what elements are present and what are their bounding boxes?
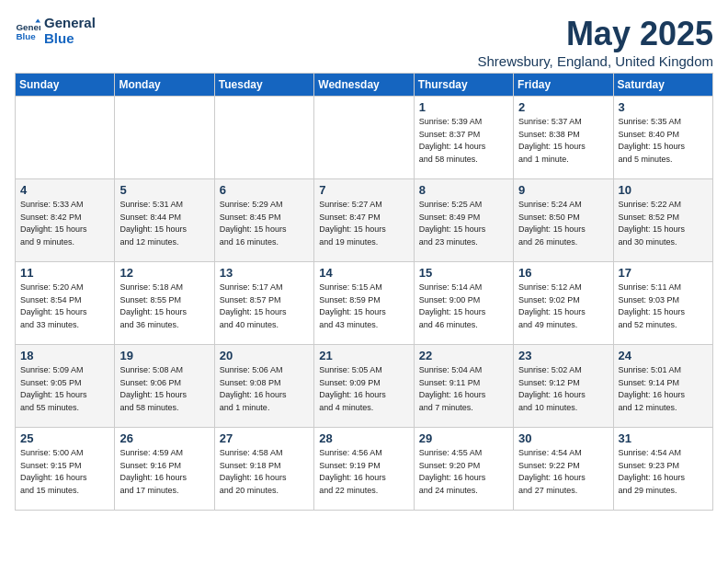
day-number: 12 — [119, 266, 209, 280]
cell-info: Sunrise: 4:59 AM Sunset: 9:16 PM Dayligh… — [119, 447, 209, 497]
calendar-cell: 24Sunrise: 5:01 AM Sunset: 9:14 PM Dayli… — [613, 345, 712, 428]
day-number: 25 — [20, 431, 109, 445]
day-number: 4 — [20, 183, 109, 197]
week-row-3: 11Sunrise: 5:20 AM Sunset: 8:54 PM Dayli… — [16, 262, 713, 345]
day-header-wednesday: Wednesday — [314, 74, 414, 97]
cell-info: Sunrise: 5:29 AM Sunset: 8:45 PM Dayligh… — [220, 199, 309, 248]
calendar-cell: 9Sunrise: 5:24 AM Sunset: 8:50 PM Daylig… — [514, 179, 613, 262]
cell-info: Sunrise: 5:22 AM Sunset: 8:52 PM Dayligh… — [619, 199, 708, 248]
calendar-cell: 6Sunrise: 5:29 AM Sunset: 8:45 PM Daylig… — [214, 179, 313, 262]
cell-info: Sunrise: 5:33 AM Sunset: 8:42 PM Dayligh… — [20, 199, 109, 248]
calendar-cell: 4Sunrise: 5:33 AM Sunset: 8:42 PM Daylig… — [16, 179, 115, 262]
cell-info: Sunrise: 5:18 AM Sunset: 8:55 PM Dayligh… — [119, 282, 209, 331]
day-number: 15 — [419, 266, 508, 280]
title-block: May 2025 Shrewsbury, England, United Kin… — [477, 15, 713, 69]
day-number: 13 — [220, 266, 309, 280]
logo-line1: General — [44, 15, 96, 30]
calendar-cell — [115, 97, 214, 179]
day-number: 16 — [518, 266, 608, 280]
day-number: 14 — [319, 266, 408, 280]
cell-info: Sunrise: 4:58 AM Sunset: 9:18 PM Dayligh… — [220, 447, 309, 497]
cell-info: Sunrise: 5:25 AM Sunset: 8:49 PM Dayligh… — [419, 199, 508, 248]
calendar-cell — [314, 97, 414, 179]
calendar-cell — [16, 97, 115, 179]
day-number: 21 — [319, 349, 408, 362]
day-number: 27 — [220, 431, 309, 445]
day-number: 24 — [619, 349, 708, 362]
cell-info: Sunrise: 4:55 AM Sunset: 9:20 PM Dayligh… — [419, 447, 508, 497]
day-number: 18 — [20, 349, 109, 362]
calendar-cell: 20Sunrise: 5:06 AM Sunset: 9:08 PM Dayli… — [214, 345, 313, 428]
day-number: 1 — [419, 100, 508, 114]
cell-info: Sunrise: 5:17 AM Sunset: 8:57 PM Dayligh… — [220, 282, 309, 331]
calendar-cell: 31Sunrise: 4:54 AM Sunset: 9:23 PM Dayli… — [613, 428, 712, 511]
calendar-cell: 1Sunrise: 5:39 AM Sunset: 8:37 PM Daylig… — [414, 97, 513, 179]
calendar-cell: 3Sunrise: 5:35 AM Sunset: 8:40 PM Daylig… — [613, 97, 712, 179]
location: Shrewsbury, England, United Kingdom — [477, 53, 713, 69]
day-number: 9 — [518, 183, 608, 197]
day-header-thursday: Thursday — [414, 74, 513, 97]
cell-info: Sunrise: 5:35 AM Sunset: 8:40 PM Dayligh… — [619, 116, 708, 166]
day-number: 17 — [619, 266, 708, 280]
calendar-cell: 26Sunrise: 4:59 AM Sunset: 9:16 PM Dayli… — [115, 428, 214, 511]
cell-info: Sunrise: 5:31 AM Sunset: 8:44 PM Dayligh… — [119, 199, 209, 248]
cell-info: Sunrise: 5:06 AM Sunset: 9:08 PM Dayligh… — [220, 364, 309, 414]
calendar-cell: 8Sunrise: 5:25 AM Sunset: 8:49 PM Daylig… — [414, 179, 513, 262]
calendar-cell: 2Sunrise: 5:37 AM Sunset: 8:38 PM Daylig… — [514, 97, 613, 179]
day-number: 7 — [319, 183, 408, 197]
cell-info: Sunrise: 5:04 AM Sunset: 9:11 PM Dayligh… — [419, 364, 508, 414]
day-number: 11 — [20, 266, 109, 280]
cell-info: Sunrise: 5:11 AM Sunset: 9:03 PM Dayligh… — [619, 282, 708, 331]
day-number: 29 — [419, 431, 508, 445]
day-header-saturday: Saturday — [613, 74, 712, 97]
cell-info: Sunrise: 5:01 AM Sunset: 9:14 PM Dayligh… — [619, 364, 708, 414]
logo-line2: Blue — [44, 30, 96, 46]
cell-info: Sunrise: 5:05 AM Sunset: 9:09 PM Dayligh… — [319, 364, 408, 414]
week-row-5: 25Sunrise: 5:00 AM Sunset: 9:15 PM Dayli… — [16, 428, 713, 511]
cell-info: Sunrise: 4:54 AM Sunset: 9:22 PM Dayligh… — [518, 447, 608, 497]
day-number: 19 — [119, 349, 209, 362]
day-header-friday: Friday — [514, 74, 613, 97]
cell-info: Sunrise: 5:12 AM Sunset: 9:02 PM Dayligh… — [518, 282, 608, 331]
logo: General Blue General Blue — [15, 15, 96, 46]
cell-info: Sunrise: 5:37 AM Sunset: 8:38 PM Dayligh… — [518, 116, 608, 166]
svg-text:Blue: Blue — [16, 31, 36, 41]
cell-info: Sunrise: 4:56 AM Sunset: 9:19 PM Dayligh… — [319, 447, 408, 497]
calendar-cell: 11Sunrise: 5:20 AM Sunset: 8:54 PM Dayli… — [16, 262, 115, 345]
day-number: 28 — [319, 431, 408, 445]
cell-info: Sunrise: 4:54 AM Sunset: 9:23 PM Dayligh… — [619, 447, 708, 497]
calendar-cell: 18Sunrise: 5:09 AM Sunset: 9:05 PM Dayli… — [16, 345, 115, 428]
calendar-cell — [214, 97, 313, 179]
cell-info: Sunrise: 5:27 AM Sunset: 8:47 PM Dayligh… — [319, 199, 408, 248]
day-number: 22 — [419, 349, 508, 362]
cell-info: Sunrise: 5:00 AM Sunset: 9:15 PM Dayligh… — [20, 447, 109, 497]
cell-info: Sunrise: 5:24 AM Sunset: 8:50 PM Dayligh… — [518, 199, 608, 248]
page-header: General Blue General Blue May 2025 Shrew… — [15, 15, 713, 69]
calendar-table: SundayMondayTuesdayWednesdayThursdayFrid… — [15, 73, 713, 511]
day-number: 20 — [220, 349, 309, 362]
day-header-sunday: Sunday — [16, 74, 115, 97]
calendar-cell: 13Sunrise: 5:17 AM Sunset: 8:57 PM Dayli… — [214, 262, 313, 345]
day-number: 3 — [619, 100, 708, 114]
calendar-cell: 17Sunrise: 5:11 AM Sunset: 9:03 PM Dayli… — [613, 262, 712, 345]
calendar-cell: 15Sunrise: 5:14 AM Sunset: 9:00 PM Dayli… — [414, 262, 513, 345]
day-number: 8 — [419, 183, 508, 197]
cell-info: Sunrise: 5:02 AM Sunset: 9:12 PM Dayligh… — [518, 364, 608, 414]
cell-info: Sunrise: 5:39 AM Sunset: 8:37 PM Dayligh… — [419, 116, 508, 166]
day-header-monday: Monday — [115, 74, 214, 97]
calendar-cell: 22Sunrise: 5:04 AM Sunset: 9:11 PM Dayli… — [414, 345, 513, 428]
calendar-cell: 19Sunrise: 5:08 AM Sunset: 9:06 PM Dayli… — [115, 345, 214, 428]
day-number: 26 — [119, 431, 209, 445]
cell-info: Sunrise: 5:15 AM Sunset: 8:59 PM Dayligh… — [319, 282, 408, 331]
cell-info: Sunrise: 5:09 AM Sunset: 9:05 PM Dayligh… — [20, 364, 109, 414]
calendar-cell: 28Sunrise: 4:56 AM Sunset: 9:19 PM Dayli… — [314, 428, 414, 511]
calendar-header-row: SundayMondayTuesdayWednesdayThursdayFrid… — [16, 74, 713, 97]
day-header-tuesday: Tuesday — [214, 74, 313, 97]
day-number: 5 — [119, 183, 209, 197]
week-row-1: 1Sunrise: 5:39 AM Sunset: 8:37 PM Daylig… — [16, 97, 713, 179]
calendar-cell: 30Sunrise: 4:54 AM Sunset: 9:22 PM Dayli… — [514, 428, 613, 511]
calendar-cell: 7Sunrise: 5:27 AM Sunset: 8:47 PM Daylig… — [314, 179, 414, 262]
day-number: 30 — [518, 431, 608, 445]
calendar-cell: 14Sunrise: 5:15 AM Sunset: 8:59 PM Dayli… — [314, 262, 414, 345]
calendar-cell: 25Sunrise: 5:00 AM Sunset: 9:15 PM Dayli… — [16, 428, 115, 511]
